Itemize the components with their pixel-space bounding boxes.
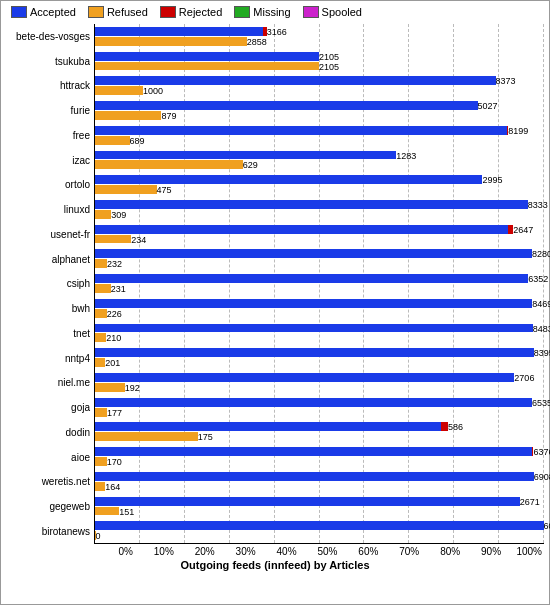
bar-group: 5027879 [95, 101, 544, 121]
accepted-value: 1283 [396, 151, 416, 161]
accepted-bar [95, 447, 532, 456]
missing-label: Missing [253, 6, 290, 18]
bar-line-bottom: 1000 [95, 86, 544, 95]
accepted-value: 6352 [528, 274, 548, 284]
refused-bar [95, 457, 107, 466]
accepted-value: 2105 [319, 52, 339, 62]
refused-label: Refused [107, 6, 148, 18]
bars-rows: 3166285821052105837310005027879819968912… [95, 24, 544, 543]
accepted-value: 8395 [534, 348, 550, 358]
refused-bar [95, 408, 107, 417]
y-label: alphanet [6, 247, 94, 272]
accepted-value: 6376 [533, 447, 550, 457]
bar-line-top: 6908 [95, 472, 544, 481]
refused-bar [95, 358, 105, 367]
bar-line-top: 2105 [95, 52, 544, 61]
bar-group: 8395201 [95, 348, 544, 368]
bar-line-bottom: 689 [95, 136, 544, 145]
refused-value: 0 [95, 531, 100, 541]
accepted-value: 6908 [534, 472, 550, 482]
accepted-bar [95, 249, 532, 258]
accepted-value: 606 [544, 521, 550, 531]
x-axis-label: 50% [299, 546, 340, 557]
refused-value: 164 [105, 482, 120, 492]
y-label: bwh [6, 296, 94, 321]
accepted-value: 8483 [533, 324, 550, 334]
accepted-bar [95, 422, 441, 431]
y-label: usenet-fr [6, 222, 94, 247]
bar-line-top: 3166 [95, 27, 544, 36]
bar-group: 21052105 [95, 51, 544, 71]
y-label: izac [6, 148, 94, 173]
table-row: 8333309 [95, 197, 544, 222]
refused-value: 201 [105, 358, 120, 368]
accepted-bar [95, 497, 520, 506]
bar-group: 8199689 [95, 125, 544, 145]
bar-line-bottom: 201 [95, 358, 544, 367]
table-row: 6352231 [95, 271, 544, 296]
accepted-bar [95, 398, 532, 407]
bar-line-bottom: 309 [95, 210, 544, 219]
refused-bar [95, 62, 319, 71]
bar-line-top: 8333 [95, 200, 544, 209]
accepted-value: 3166 [267, 27, 287, 37]
table-row: 2671151 [95, 494, 544, 519]
table-row: 8483210 [95, 321, 544, 346]
refused-value: 232 [107, 259, 122, 269]
bar-line-bottom: 879 [95, 111, 544, 120]
refused-bar [95, 432, 198, 441]
bar-line-top: 8469 [95, 299, 544, 308]
accepted-bar [95, 151, 396, 160]
y-label: birotanews [6, 519, 94, 544]
x-axis-label: 0% [94, 546, 135, 557]
missing-color [234, 6, 250, 18]
table-row: 5027879 [95, 98, 544, 123]
refused-value: 226 [107, 309, 122, 319]
accepted-bar [95, 472, 534, 481]
bar-line-top: 2647 [95, 225, 544, 234]
bar-group: 8280232 [95, 249, 544, 269]
y-label: bete-des-vosges [6, 24, 94, 49]
y-label: weretis.net [6, 470, 94, 495]
table-row: 8280232 [95, 246, 544, 271]
y-label: httrack [6, 74, 94, 99]
bar-line-bottom: 175 [95, 432, 544, 441]
chart-container: Accepted Refused Rejected Missing Spoole… [0, 0, 550, 605]
bar-line-bottom: 151 [95, 507, 544, 516]
accepted-value: 5027 [478, 101, 498, 111]
x-axis-label: 40% [258, 546, 299, 557]
bar-line-bottom: 629 [95, 160, 544, 169]
refused-value: 1000 [143, 86, 163, 96]
spooled-label: Spooled [322, 6, 362, 18]
y-label: linuxd [6, 197, 94, 222]
legend-rejected: Rejected [160, 6, 222, 18]
bars-area: 3166285821052105837310005027879819968912… [94, 24, 544, 544]
bar-group: 8333309 [95, 200, 544, 220]
x-axis-label: 10% [135, 546, 176, 557]
bar-group: 83731000 [95, 76, 544, 96]
y-label: gegeweb [6, 494, 94, 519]
x-axis-labels: 0%10%20%30%40%50%60%70%80%90%100% [6, 546, 544, 557]
bar-line-bottom: 170 [95, 457, 544, 466]
bar-group: 2706192 [95, 373, 544, 393]
refused-value: 177 [107, 408, 122, 418]
table-row: 586175 [95, 420, 544, 445]
bar-line-top: 8395 [95, 348, 544, 357]
y-label: furie [6, 98, 94, 123]
y-label: free [6, 123, 94, 148]
table-row: 8199689 [95, 123, 544, 148]
y-label: csiph [6, 272, 94, 297]
y-label: tsukuba [6, 49, 94, 74]
refused-value: 2105 [319, 62, 339, 72]
bar-line-top: 2995 [95, 175, 544, 184]
accepted-bar [95, 52, 319, 61]
bar-line-bottom: 231 [95, 284, 544, 293]
bar-group: 6060 [95, 521, 544, 541]
accepted-bar [95, 324, 533, 333]
refused-value: 175 [198, 432, 213, 442]
bar-group: 1283629 [95, 150, 544, 170]
refused-bar [95, 259, 107, 268]
table-row: 2706192 [95, 370, 544, 395]
refused-value: 192 [125, 383, 140, 393]
bar-group: 6376170 [95, 447, 544, 467]
